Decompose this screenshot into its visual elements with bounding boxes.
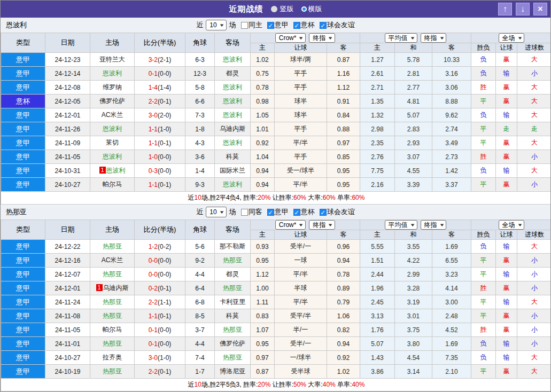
fulltime-score: 0-0 [149,271,158,278]
away-team-cell: 热那亚 [215,254,251,268]
league-filter-checkbox[interactable]: ✓ [293,22,300,29]
odds-home-cell: 1.01 [251,122,275,136]
summary-stat-label: 单率: [336,194,352,201]
match-result-cell: 平 [471,295,496,309]
odds-away-cell: 0.96 [327,240,360,254]
away-team-cell: 都灵 [215,67,251,81]
column-subheader: 进球数 [517,43,551,53]
odds-handicap-cell: 受半/一 [275,240,327,254]
halftime-score: (0-0) [158,70,171,77]
corner-cell: 5-8 [185,81,215,95]
avg-home-cell: 5.55 [360,240,395,254]
league-filter-checkbox[interactable]: ✓ [320,209,327,216]
layout-radio-option[interactable]: 竖版 [271,4,294,14]
away-team-cell: 恩波利 [215,136,251,150]
home-team-cell: 莱切 [90,136,135,150]
fulltime-score: 3-0 [149,112,158,119]
corner-cell: 7-4 [185,351,215,365]
odds-terminal-select[interactable]: 终指▼ [309,33,335,43]
handicap-result-cell: 输 [496,108,517,122]
odds-away-cell: 0.92 [327,351,360,365]
halftime-score: (2-1) [158,56,171,64]
league-filter-checkbox[interactable]: ✓ [293,209,300,216]
scope-select[interactable]: 全场▼ [499,220,525,230]
recent-count-select[interactable]: 10▼ [206,207,226,217]
league-badge: 意甲 [1,178,45,192]
select-value: 平均值 [389,221,408,230]
score-cell: 0-1(0-0) [135,67,185,81]
column-header: 主场 [90,220,135,240]
column-header: 日期 [45,220,90,240]
team-name: 佛罗伦萨 [99,97,125,105]
same-venue-checkbox[interactable] [241,209,248,216]
odds-away-cell: 0.79 [327,295,360,309]
league-filter-checkbox[interactable]: ✓ [320,22,327,29]
halftime-score: (0-1) [158,139,171,147]
select-value: 终指 [424,34,437,43]
summary-row: 近10场,胜2平5负3, 胜率:20% 让胜率:50% 大率:40% 单率:40… [1,379,551,391]
select-value: 10 [209,208,216,216]
radio-icon [302,7,306,11]
league-filter-checkbox[interactable]: ✓ [267,209,274,216]
red-card-badge: 1 [96,284,103,291]
league-badge: 意甲 [1,164,45,178]
home-team-cell: 1乌迪内斯 [90,281,135,295]
avg-draw-cell: 5.78 [395,53,432,67]
avg-home-cell: 1.96 [360,281,395,295]
league-filter-checkbox[interactable]: ✓ [267,22,274,29]
recent-count-select[interactable]: 10▼ [206,20,226,30]
odds-away-cell: 0.84 [327,108,360,122]
avg-away-cell: 3.23 [432,268,471,281]
column-subheader: 和 [395,230,432,240]
move-up-button[interactable]: ↑ [498,3,512,15]
home-team-cell: 帕尔马 [90,178,135,192]
odds-handicap-cell: 平/半 [275,295,327,309]
league-badge: 意甲 [1,67,45,81]
table-row: 意甲24-12-22热那亚1-2(0-2)5-6那不勒斯0.93受半/一0.96… [1,240,551,254]
team-name: 维罗纳 [103,83,122,91]
team-name: 恩波利 [223,139,242,146]
odds-terminal-select[interactable]: 终指▼ [309,220,335,230]
average-terminal-select[interactable]: 终指▼ [421,220,447,230]
avg-home-cell: 2.35 [360,136,395,150]
odds-company-select[interactable]: Crow*▼ [275,33,306,43]
corner-cell: 7-3 [185,108,215,122]
handicap-result-cell: 输 [496,240,517,254]
odds-company-select[interactable]: Crow*▼ [275,220,306,230]
score-cell: 1-1(0-1) [135,136,185,150]
odds-away-cell: 0.94 [327,254,360,268]
goals-result-cell: 大 [517,351,551,365]
score-cell: 2-2(1-1) [135,295,185,309]
goals-result-cell: 小 [517,323,551,337]
fulltime-score: 1-4 [149,84,158,91]
odds-handicap-cell: 受一/球半 [275,164,327,178]
goals-result-cell: 小 [517,337,551,351]
avg-home-cell: 2.44 [360,268,395,281]
table-row: 意甲24-12-08维罗纳1-4(1-4)5-8恩波利0.78平手1.122.7… [1,81,551,95]
average-select[interactable]: 平均值▼ [385,33,417,43]
same-venue-checkbox[interactable] [241,22,248,29]
match-history-window: 近期战绩 竖版横版 ↑ ↓ × 恩波利近10▼场同主✓意甲✓意杯✓球会友谊类型日… [0,0,551,392]
close-button[interactable]: × [533,3,547,15]
avg-away-cell: 2.73 [432,150,471,164]
date-cell: 24-10-27 [45,351,90,365]
average-terminal-select[interactable]: 终指▼ [421,33,447,43]
summary-stat-value: 20% [258,194,270,201]
column-subheader: 和 [395,43,432,53]
avg-away-cell: 3.06 [432,81,471,95]
move-down-button[interactable]: ↓ [516,3,530,15]
goals-result-cell: 大 [517,53,551,67]
scope-select[interactable]: 全场▼ [499,33,525,43]
odds-away-cell: 1.16 [327,67,360,81]
average-select[interactable]: 平均值▼ [385,220,417,230]
scope-group-header: 全场▼ [471,33,551,43]
avg-home-cell: 3.13 [360,309,395,323]
table-row: 意甲24-11-08热那亚1-1(0-1)8-5科莫0.83受平/半1.063.… [1,309,551,323]
layout-radio-selected[interactable]: 横版 [302,4,322,14]
avg-draw-cell: 4.54 [395,351,432,365]
avg-draw-cell: 3.28 [395,281,432,295]
away-team-cell: 佛罗伦萨 [215,337,251,351]
avg-away-cell: 1.42 [432,164,471,178]
summary-stat-label: 场,胜2平4负4, 胜率: [201,194,258,201]
avg-home-cell: 1.32 [360,108,395,122]
